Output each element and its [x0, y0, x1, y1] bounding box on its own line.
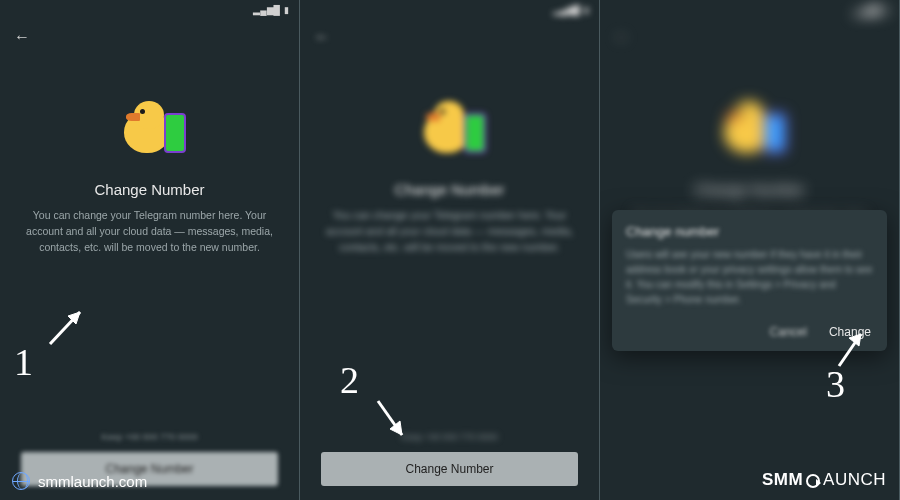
duck-illustration — [120, 101, 180, 161]
battery-icon: ▮ — [284, 5, 289, 15]
current-number-hint: Keep +00 000 770 0000 — [101, 432, 197, 442]
arrow-up-icon — [831, 324, 875, 378]
source-watermark: smmlaunch.com — [12, 472, 147, 490]
battery-icon: ▮ — [884, 5, 889, 15]
signal-icon: ▂▄▆█ — [853, 5, 880, 15]
dialog-body: Users will see your new number if they h… — [626, 247, 873, 307]
step-number-1: 1 — [14, 340, 33, 384]
screen-description: You can change your Telegram number here… — [300, 208, 599, 255]
screen-title: Change Number — [94, 181, 204, 198]
panel-step-3: ▂▄▆█ ▮ ← Change Number You can change yo… — [600, 0, 900, 500]
battery-icon: ▮ — [584, 5, 589, 15]
status-bar: ▂▄▆█ ▮ — [0, 0, 299, 20]
signal-icon: ▂▄▆█ — [253, 5, 280, 15]
source-url: smmlaunch.com — [38, 473, 147, 490]
back-arrow-icon[interactable]: ← — [614, 28, 630, 46]
signal-icon: ▂▄▆█ — [553, 5, 580, 15]
step-number-2: 2 — [340, 358, 359, 402]
dialog-cancel-button[interactable]: Cancel — [768, 321, 809, 343]
status-bar: ▂▄▆█ ▮ — [300, 0, 599, 20]
duck-illustration — [420, 101, 480, 161]
back-arrow-icon[interactable]: ← — [314, 28, 330, 46]
brand-part-b: AUNCH — [823, 470, 886, 490]
screen-title: Change Number — [694, 181, 804, 198]
dialog-title: Change number — [626, 224, 873, 239]
arrow-down-icon — [368, 395, 418, 449]
screen-description: You can change your Telegram number here… — [0, 208, 299, 255]
status-bar: ▂▄▆█ ▮ — [600, 0, 899, 20]
change-number-button[interactable]: Change Number — [321, 452, 578, 486]
duck-illustration — [720, 101, 780, 161]
brand-part-a: SMM — [762, 470, 803, 490]
panel-step-1: ▂▄▆█ ▮ ← Change Number You can change yo… — [0, 0, 300, 500]
tutorial-stage: ▂▄▆█ ▮ ← Change Number You can change yo… — [0, 0, 900, 500]
screen-title: Change Number — [394, 181, 504, 198]
brand-play-icon — [806, 474, 820, 488]
panel-step-2: ▂▄▆█ ▮ ← Change Number You can change yo… — [300, 0, 600, 500]
arrow-up-icon — [42, 302, 92, 356]
back-arrow-icon[interactable]: ← — [14, 28, 30, 46]
brand-watermark: SMM AUNCH — [762, 470, 886, 490]
globe-icon — [12, 472, 30, 490]
